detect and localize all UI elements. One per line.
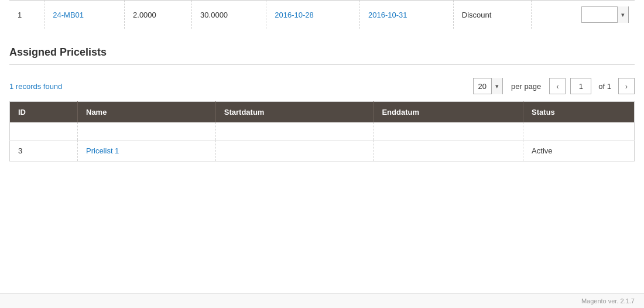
section-divider: Assigned Pricelists — [9, 29, 635, 71]
table-row-empty — [10, 122, 635, 140]
cell-row-name[interactable]: Pricelist 1 — [78, 140, 216, 161]
col-header-status: Status — [523, 102, 635, 123]
cell-action: ▾ — [531, 1, 635, 29]
records-count: 1 records found — [9, 82, 468, 91]
table-row: 3 Pricelist 1 Active — [10, 140, 635, 161]
pricelists-table: ID Name Startdatum Enddatum Status 3 Pri… — [9, 101, 635, 162]
empty-cell-name — [78, 122, 216, 140]
dropdown-arrow-icon[interactable]: ▾ — [617, 6, 628, 23]
table-header-row: ID Name Startdatum Enddatum Status — [10, 102, 635, 123]
empty-cell-id — [10, 122, 78, 140]
cell-row-startdatum — [215, 140, 374, 161]
section-title: Assigned Pricelists — [9, 46, 635, 65]
cell-row-enddatum — [374, 140, 523, 161]
table-row: 1 24-MB01 2.0000 30.0000 2016-10-28 2016… — [9, 1, 635, 29]
cell-sku[interactable]: 24-MB01 — [44, 1, 125, 29]
per-page-select[interactable]: 20 ▾ — [473, 78, 503, 94]
col-header-name: Name — [78, 102, 216, 123]
action-dropdown[interactable]: ▾ — [581, 6, 629, 23]
page-number-input[interactable] — [570, 78, 591, 94]
empty-cell-enddatum — [374, 122, 523, 140]
per-page-value: 20 — [474, 82, 491, 91]
records-bar: 1 records found 20 ▾ per page ‹ of 1 › — [9, 71, 635, 101]
page-of-label: of 1 — [598, 82, 611, 91]
cell-id: 1 — [9, 1, 44, 29]
col-header-startdatum: Startdatum — [215, 102, 374, 123]
col-header-enddatum: Enddatum — [374, 102, 523, 123]
cell-start-date: 2016-10-28 — [266, 1, 360, 29]
cell-end-date: 2016-10-31 — [360, 1, 454, 29]
top-data-table: 1 24-MB01 2.0000 30.0000 2016-10-28 2016… — [9, 0, 635, 29]
cell-row-status: Active — [523, 140, 635, 161]
col-header-id: ID — [10, 102, 78, 123]
cell-qty: 2.0000 — [125, 1, 192, 29]
next-page-button[interactable]: › — [618, 78, 635, 94]
empty-cell-startdatum — [215, 122, 374, 140]
per-page-arrow-icon[interactable]: ▾ — [491, 78, 502, 94]
cell-row-id: 3 — [10, 140, 78, 161]
per-page-label: per page — [511, 82, 541, 91]
empty-cell-status — [523, 122, 635, 140]
cell-price: 30.0000 — [192, 1, 266, 29]
cell-type: Discount — [453, 1, 531, 29]
prev-page-button[interactable]: ‹ — [549, 78, 566, 94]
